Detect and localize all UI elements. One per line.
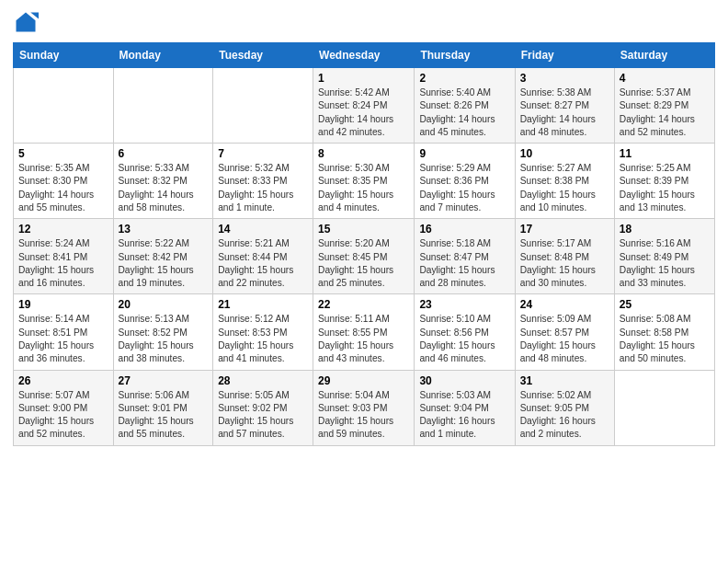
day-info: Sunrise: 5:38 AM Sunset: 8:27 PM Dayligh… bbox=[520, 86, 609, 139]
day-info: Sunrise: 5:03 AM Sunset: 9:04 PM Dayligh… bbox=[419, 389, 509, 442]
calendar-week-row: 19Sunrise: 5:14 AM Sunset: 8:51 PM Dayli… bbox=[14, 294, 715, 370]
day-number: 12 bbox=[18, 223, 108, 236]
calendar-cell: 20Sunrise: 5:13 AM Sunset: 8:52 PM Dayli… bbox=[113, 294, 213, 370]
day-number: 30 bbox=[419, 374, 509, 387]
calendar-cell: 10Sunrise: 5:27 AM Sunset: 8:38 PM Dayli… bbox=[515, 144, 614, 219]
weekday-header-saturday: Saturday bbox=[614, 43, 714, 68]
calendar-cell: 11Sunrise: 5:25 AM Sunset: 8:39 PM Dayli… bbox=[614, 144, 714, 219]
day-number: 14 bbox=[218, 223, 308, 236]
day-number: 9 bbox=[419, 147, 509, 160]
day-info: Sunrise: 5:13 AM Sunset: 8:52 PM Dayligh… bbox=[119, 313, 209, 365]
calendar-cell: 22Sunrise: 5:11 AM Sunset: 8:55 PM Dayli… bbox=[313, 294, 415, 370]
calendar-cell bbox=[113, 68, 213, 144]
calendar-cell: 24Sunrise: 5:09 AM Sunset: 8:57 PM Dayli… bbox=[515, 294, 614, 370]
weekday-header-sunday: Sunday bbox=[14, 43, 114, 68]
logo-icon bbox=[13, 9, 39, 35]
day-number: 5 bbox=[18, 147, 108, 160]
day-info: Sunrise: 5:25 AM Sunset: 8:39 PM Dayligh… bbox=[620, 162, 710, 214]
day-info: Sunrise: 5:35 AM Sunset: 8:30 PM Dayligh… bbox=[18, 162, 108, 214]
calendar-cell: 25Sunrise: 5:08 AM Sunset: 8:58 PM Dayli… bbox=[614, 294, 714, 370]
day-number: 4 bbox=[620, 72, 710, 85]
day-number: 18 bbox=[620, 223, 710, 236]
calendar-cell: 7Sunrise: 5:32 AM Sunset: 8:33 PM Daylig… bbox=[213, 144, 313, 219]
calendar-week-row: 12Sunrise: 5:24 AM Sunset: 8:41 PM Dayli… bbox=[14, 219, 715, 294]
calendar-cell: 14Sunrise: 5:21 AM Sunset: 8:44 PM Dayli… bbox=[213, 219, 313, 294]
day-number: 23 bbox=[419, 298, 509, 311]
page: SundayMondayTuesdayWednesdayThursdayFrid… bbox=[0, 0, 728, 563]
day-info: Sunrise: 5:18 AM Sunset: 8:47 PM Dayligh… bbox=[419, 237, 509, 290]
calendar-cell: 29Sunrise: 5:04 AM Sunset: 9:03 PM Dayli… bbox=[313, 370, 415, 445]
calendar-week-row: 1Sunrise: 5:42 AM Sunset: 8:24 PM Daylig… bbox=[14, 68, 715, 144]
day-number: 27 bbox=[119, 374, 209, 387]
svg-marker-0 bbox=[17, 13, 36, 32]
calendar-cell: 21Sunrise: 5:12 AM Sunset: 8:53 PM Dayli… bbox=[213, 294, 313, 370]
calendar-cell: 31Sunrise: 5:02 AM Sunset: 9:05 PM Dayli… bbox=[515, 370, 614, 445]
day-number: 10 bbox=[520, 147, 609, 160]
weekday-header-wednesday: Wednesday bbox=[313, 43, 415, 68]
day-info: Sunrise: 5:04 AM Sunset: 9:03 PM Dayligh… bbox=[318, 389, 409, 442]
day-info: Sunrise: 5:17 AM Sunset: 8:48 PM Dayligh… bbox=[520, 237, 609, 290]
calendar-cell: 9Sunrise: 5:29 AM Sunset: 8:36 PM Daylig… bbox=[415, 144, 515, 219]
weekday-header-thursday: Thursday bbox=[415, 43, 515, 68]
calendar-cell: 3Sunrise: 5:38 AM Sunset: 8:27 PM Daylig… bbox=[515, 68, 614, 144]
calendar-cell bbox=[614, 370, 714, 445]
day-info: Sunrise: 5:06 AM Sunset: 9:01 PM Dayligh… bbox=[119, 389, 209, 442]
calendar-cell: 4Sunrise: 5:37 AM Sunset: 8:29 PM Daylig… bbox=[614, 68, 714, 144]
calendar-cell: 13Sunrise: 5:22 AM Sunset: 8:42 PM Dayli… bbox=[113, 219, 213, 294]
calendar-cell: 19Sunrise: 5:14 AM Sunset: 8:51 PM Dayli… bbox=[14, 294, 114, 370]
weekday-header-friday: Friday bbox=[515, 43, 614, 68]
calendar-cell: 6Sunrise: 5:33 AM Sunset: 8:32 PM Daylig… bbox=[113, 144, 213, 219]
logo bbox=[13, 9, 42, 35]
calendar-cell: 12Sunrise: 5:24 AM Sunset: 8:41 PM Dayli… bbox=[14, 219, 114, 294]
calendar-cell: 15Sunrise: 5:20 AM Sunset: 8:45 PM Dayli… bbox=[313, 219, 415, 294]
day-number: 19 bbox=[18, 298, 108, 311]
day-info: Sunrise: 5:40 AM Sunset: 8:26 PM Dayligh… bbox=[419, 86, 509, 139]
day-info: Sunrise: 5:30 AM Sunset: 8:35 PM Dayligh… bbox=[318, 162, 409, 214]
day-number: 22 bbox=[318, 298, 409, 311]
calendar-week-row: 26Sunrise: 5:07 AM Sunset: 9:00 PM Dayli… bbox=[14, 370, 715, 445]
day-number: 29 bbox=[318, 374, 409, 387]
day-info: Sunrise: 5:02 AM Sunset: 9:05 PM Dayligh… bbox=[520, 389, 609, 442]
day-number: 6 bbox=[119, 147, 209, 160]
calendar-cell: 30Sunrise: 5:03 AM Sunset: 9:04 PM Dayli… bbox=[415, 370, 515, 445]
day-info: Sunrise: 5:42 AM Sunset: 8:24 PM Dayligh… bbox=[318, 86, 409, 139]
day-info: Sunrise: 5:10 AM Sunset: 8:56 PM Dayligh… bbox=[419, 313, 509, 365]
day-info: Sunrise: 5:09 AM Sunset: 8:57 PM Dayligh… bbox=[520, 313, 609, 365]
day-info: Sunrise: 5:29 AM Sunset: 8:36 PM Dayligh… bbox=[419, 162, 509, 214]
day-info: Sunrise: 5:20 AM Sunset: 8:45 PM Dayligh… bbox=[318, 237, 409, 290]
day-number: 3 bbox=[520, 72, 609, 85]
header bbox=[13, 9, 715, 35]
day-info: Sunrise: 5:24 AM Sunset: 8:41 PM Dayligh… bbox=[18, 237, 108, 290]
day-number: 13 bbox=[119, 223, 209, 236]
day-number: 15 bbox=[318, 223, 409, 236]
calendar-cell: 5Sunrise: 5:35 AM Sunset: 8:30 PM Daylig… bbox=[14, 144, 114, 219]
day-info: Sunrise: 5:21 AM Sunset: 8:44 PM Dayligh… bbox=[218, 237, 308, 290]
weekday-header-tuesday: Tuesday bbox=[213, 43, 313, 68]
day-info: Sunrise: 5:27 AM Sunset: 8:38 PM Dayligh… bbox=[520, 162, 609, 214]
day-info: Sunrise: 5:22 AM Sunset: 8:42 PM Dayligh… bbox=[119, 237, 209, 290]
day-info: Sunrise: 5:32 AM Sunset: 8:33 PM Dayligh… bbox=[218, 162, 308, 214]
day-number: 20 bbox=[119, 298, 209, 311]
calendar-cell: 1Sunrise: 5:42 AM Sunset: 8:24 PM Daylig… bbox=[313, 68, 415, 144]
day-number: 21 bbox=[218, 298, 308, 311]
calendar-cell: 16Sunrise: 5:18 AM Sunset: 8:47 PM Dayli… bbox=[415, 219, 515, 294]
day-info: Sunrise: 5:07 AM Sunset: 9:00 PM Dayligh… bbox=[18, 389, 108, 442]
calendar-table: SundayMondayTuesdayWednesdayThursdayFrid… bbox=[13, 42, 715, 446]
day-info: Sunrise: 5:14 AM Sunset: 8:51 PM Dayligh… bbox=[18, 313, 108, 365]
day-number: 11 bbox=[620, 147, 710, 160]
day-info: Sunrise: 5:12 AM Sunset: 8:53 PM Dayligh… bbox=[218, 313, 308, 365]
day-info: Sunrise: 5:33 AM Sunset: 8:32 PM Dayligh… bbox=[119, 162, 209, 214]
weekday-header-row: SundayMondayTuesdayWednesdayThursdayFrid… bbox=[14, 43, 715, 68]
day-number: 31 bbox=[520, 374, 609, 387]
day-number: 8 bbox=[318, 147, 409, 160]
day-number: 16 bbox=[419, 223, 509, 236]
calendar-cell bbox=[14, 68, 114, 144]
calendar-cell: 27Sunrise: 5:06 AM Sunset: 9:01 PM Dayli… bbox=[113, 370, 213, 445]
day-number: 2 bbox=[419, 72, 509, 85]
calendar-cell: 8Sunrise: 5:30 AM Sunset: 8:35 PM Daylig… bbox=[313, 144, 415, 219]
day-number: 17 bbox=[520, 223, 609, 236]
day-number: 28 bbox=[218, 374, 308, 387]
calendar-cell: 26Sunrise: 5:07 AM Sunset: 9:00 PM Dayli… bbox=[14, 370, 114, 445]
day-number: 7 bbox=[218, 147, 308, 160]
day-number: 24 bbox=[520, 298, 609, 311]
